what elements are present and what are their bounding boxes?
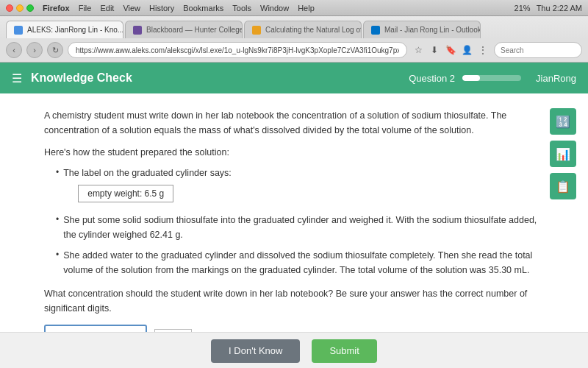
menu-help[interactable]: Help bbox=[298, 4, 315, 13]
bullet-dot-3: • bbox=[56, 250, 59, 260]
toolbar-icons: ☆ ⬇ 🔖 👤 ⋮ bbox=[412, 43, 490, 57]
tab-favicon-calc bbox=[252, 26, 261, 35]
window-controls[interactable] bbox=[6, 4, 34, 12]
bullet-item-2: • She put some solid sodium thiosulfate … bbox=[44, 213, 544, 242]
info-button[interactable]: 📋 bbox=[550, 173, 576, 199]
battery-status: 21% bbox=[514, 4, 531, 13]
menu-bookmarks[interactable]: Bookmarks bbox=[183, 4, 223, 13]
tab-label-aleks: ALEKS: JianRong Lin - Kno... bbox=[27, 26, 123, 34]
answer-input-field[interactable]: □ g · mL-1 bbox=[44, 325, 147, 332]
progress-bar bbox=[462, 75, 521, 81]
menu-edit[interactable]: Edit bbox=[100, 4, 114, 13]
question-label: Question 2 bbox=[409, 73, 455, 84]
tab-aleks[interactable]: ALEKS: JianRong Lin - Kno... ✕ bbox=[6, 21, 123, 38]
bookmark-icon[interactable]: 🔖 bbox=[444, 43, 457, 57]
tab-favicon-aleks bbox=[14, 26, 23, 35]
star-icon[interactable]: ☆ bbox=[412, 43, 425, 57]
calculator-icon: 🔢 bbox=[556, 115, 570, 129]
menu-tools[interactable]: Tools bbox=[232, 4, 251, 13]
settings-icon[interactable]: ⋮ bbox=[476, 43, 490, 57]
tab-label-blackboard: Blackboard — Hunter College... bbox=[146, 26, 243, 34]
reload-button[interactable]: ↻ bbox=[47, 42, 63, 58]
menu-view[interactable]: View bbox=[123, 4, 140, 13]
problem-intro: A chemistry student must write down in h… bbox=[44, 108, 544, 138]
tab-blackboard[interactable]: Blackboard — Hunter College... ✕ bbox=[125, 21, 243, 38]
page-title: Knowledge Check bbox=[31, 71, 409, 85]
bullet-item-1: • The label on the graduated cylinder sa… bbox=[44, 166, 544, 207]
question-indicator: Question 2 bbox=[409, 73, 521, 84]
bottom-bar: I Don't Know Submit bbox=[0, 332, 588, 368]
answer-row: □ g · mL-1 □ ×10 □ bbox=[44, 325, 544, 332]
menu-history[interactable]: History bbox=[149, 4, 174, 13]
chart-button[interactable]: 📊 bbox=[550, 141, 576, 167]
bullet-text-3: She added water to the graduated cylinde… bbox=[63, 248, 544, 277]
tab-label-mail: Mail - Jian Rong Lin - Outlook... bbox=[384, 26, 481, 34]
bullet-text-1: The label on the graduated cylinder says… bbox=[63, 168, 232, 178]
tab-bar: ALEKS: JianRong Lin - Kno... ✕ Blackboar… bbox=[0, 16, 588, 38]
maximize-window-button[interactable] bbox=[26, 4, 34, 12]
tab-label-calc: Calculating the Natural Log of a... bbox=[265, 26, 362, 34]
user-menu[interactable]: JianRong bbox=[536, 73, 576, 84]
address-input[interactable] bbox=[68, 42, 407, 58]
close-window-button[interactable] bbox=[6, 4, 13, 12]
forward-button[interactable]: › bbox=[26, 42, 43, 58]
tab-favicon-mail bbox=[371, 26, 380, 35]
tab-favicon-blackboard bbox=[133, 26, 142, 35]
tab-mail[interactable]: Mail - Jian Rong Lin - Outlook... ✕ bbox=[363, 21, 481, 38]
progress-bar-fill bbox=[462, 75, 480, 81]
hamburger-menu[interactable]: ☰ bbox=[12, 71, 22, 85]
bullet-text-2: She put some solid sodium thiosulfate in… bbox=[63, 213, 544, 242]
browser-chrome: ALEKS: JianRong Lin - Kno... ✕ Blackboar… bbox=[0, 16, 588, 63]
search-input[interactable] bbox=[494, 42, 582, 58]
calculator-button[interactable]: 🔢 bbox=[550, 108, 576, 135]
back-button[interactable]: ‹ bbox=[6, 42, 22, 58]
info-icon: 📋 bbox=[556, 180, 570, 194]
minimize-window-button[interactable] bbox=[16, 4, 24, 12]
address-bar-row: ‹ › ↻ ☆ ⬇ 🔖 👤 ⋮ bbox=[0, 38, 588, 62]
prep-label: Here's how the student prepared the solu… bbox=[44, 145, 544, 160]
chart-icon: 📊 bbox=[556, 147, 570, 161]
power-input-box[interactable]: □ ×10 □ bbox=[154, 329, 192, 332]
mac-menubar: Firefox File Edit View History Bookmarks… bbox=[0, 0, 588, 16]
right-sidebar-icons: 🔢 📊 📋 bbox=[550, 108, 576, 199]
bullet-item-3: • She added water to the graduated cylin… bbox=[44, 248, 544, 277]
aleks-header: ☰ Knowledge Check Question 2 JianRong bbox=[0, 63, 588, 93]
menu-firefox[interactable]: Firefox bbox=[43, 4, 70, 13]
menu-file[interactable]: File bbox=[79, 4, 92, 13]
tab-calc[interactable]: Calculating the Natural Log of a... ✕ bbox=[244, 21, 362, 38]
bullet-dot-2: • bbox=[56, 214, 59, 224]
menu-window[interactable]: Window bbox=[260, 4, 289, 13]
download-icon[interactable]: ⬇ bbox=[428, 43, 441, 57]
bullet-dot-1: • bbox=[56, 167, 59, 177]
submit-button[interactable]: Submit bbox=[312, 339, 376, 363]
label-box-cylinder: empty weight: 6.5 g bbox=[78, 185, 173, 202]
content-area: A chemistry student must write down in h… bbox=[0, 93, 588, 332]
profile-icon[interactable]: 👤 bbox=[460, 43, 473, 57]
dont-know-button[interactable]: I Don't Know bbox=[211, 339, 300, 363]
clock: Thu 2:22 AM bbox=[537, 4, 582, 13]
question-prompt: What concentration should the student wr… bbox=[44, 286, 544, 316]
